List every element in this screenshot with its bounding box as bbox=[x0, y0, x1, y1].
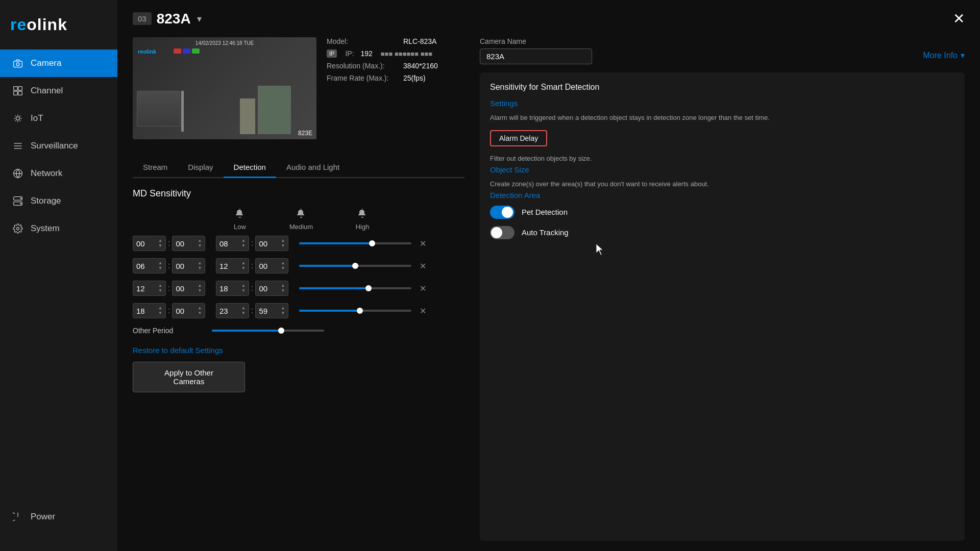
sens-medium-col: Medium bbox=[281, 207, 322, 231]
apply-to-cameras-button[interactable]: Apply to Other Cameras bbox=[133, 362, 245, 392]
camera-timestamp: 14/02/2023 12:46:18 TUE bbox=[195, 40, 254, 46]
hour-up-3[interactable]: ▲ bbox=[158, 306, 162, 311]
channel-icon bbox=[12, 85, 23, 96]
hour-down-1[interactable]: ▼ bbox=[158, 266, 162, 271]
tab-stream[interactable]: Stream bbox=[133, 158, 178, 178]
sidebar-item-camera[interactable]: Camera bbox=[0, 49, 117, 77]
time-end-hour-0[interactable]: 08 ▲ ▼ bbox=[216, 236, 249, 251]
pet-detection-row: Pet Detection bbox=[490, 206, 954, 219]
time-end-hour-1[interactable]: 12 ▲ ▼ bbox=[216, 258, 249, 273]
more-info-chevron: ▾ bbox=[961, 51, 965, 60]
time-end-min-2[interactable]: 00 ▲ ▼ bbox=[255, 281, 288, 296]
object-size-link[interactable]: Object Size bbox=[490, 165, 954, 174]
framerate-value: 25(fps) bbox=[403, 74, 426, 82]
alarm-delay-button[interactable]: Alarm Delay bbox=[490, 130, 547, 146]
sidebar: reolink Camera Channel IoT Surveillance … bbox=[0, 0, 117, 551]
sidebar-item-storage[interactable]: Storage bbox=[0, 187, 117, 215]
hour-up-1[interactable]: ▲ bbox=[158, 261, 162, 266]
slider-row-3: 18 ▲ ▼ : 00 ▲ ▼ 23 ▲ ▼ bbox=[133, 303, 464, 318]
hour-down-3[interactable]: ▼ bbox=[158, 311, 162, 316]
auto-tracking-label: Auto Tracking bbox=[522, 228, 569, 237]
slider-delete-3[interactable]: ✕ bbox=[420, 306, 426, 316]
camera-info-details: Model: RLC-823A IP IP: 192 ■■■ ■■■■■■ ■■… bbox=[327, 37, 438, 149]
camera-name-input[interactable] bbox=[480, 48, 592, 64]
medium-label: Medium bbox=[289, 223, 313, 231]
hour-down-2[interactable]: ▼ bbox=[158, 288, 162, 293]
sensitivity-slider-2[interactable] bbox=[299, 283, 411, 293]
ip-row: IP IP: 192 ■■■ ■■■■■■ ■■■ bbox=[327, 49, 438, 58]
time-end-hour-3[interactable]: 23 ▲ ▼ bbox=[216, 303, 249, 318]
main-content: 03 823A ▾ ✕ 14/02/2023 12:46:18 TUE reol… bbox=[117, 0, 980, 551]
sidebar-item-system[interactable]: System bbox=[0, 215, 117, 242]
time-start-hour-2[interactable]: 12 ▲ ▼ bbox=[133, 281, 166, 296]
time-start-min-1[interactable]: 00 ▲ ▼ bbox=[172, 258, 205, 273]
camera-thumbnail: 14/02/2023 12:46:18 TUE reolink 8 bbox=[133, 37, 316, 139]
time-input-start-3: 18 ▲ ▼ : 00 ▲ ▼ bbox=[133, 303, 212, 318]
time-input-start-2: 12 ▲ ▼ : 00 ▲ ▼ bbox=[133, 281, 212, 296]
tab-display[interactable]: Display bbox=[178, 158, 223, 178]
slider-row-0: 00 ▲ ▼ : 00 ▲ ▼ 08 ▲ ▼ bbox=[133, 236, 464, 251]
time-start-hour-1[interactable]: 06 ▲ ▼ bbox=[133, 258, 166, 273]
ip-masked: ■■■ ■■■■■■ ■■■ bbox=[381, 50, 432, 58]
time-end-min-3[interactable]: 59 ▲ ▼ bbox=[255, 303, 288, 318]
auto-tracking-toggle[interactable] bbox=[490, 226, 514, 239]
svg-point-13 bbox=[20, 198, 21, 199]
slider-delete-1[interactable]: ✕ bbox=[420, 261, 426, 271]
camera-info-row: 14/02/2023 12:46:18 TUE reolink 8 bbox=[133, 37, 464, 149]
other-period-label: Other Period bbox=[133, 327, 212, 335]
other-period-slider[interactable] bbox=[212, 325, 324, 336]
sidebar-item-power[interactable]: Power bbox=[0, 503, 117, 531]
time-start-min-0[interactable]: 00 ▲ ▼ bbox=[172, 236, 205, 251]
camera-dropdown[interactable]: ▾ bbox=[197, 13, 202, 24]
time-start-hour-3[interactable]: 18 ▲ ▼ bbox=[133, 303, 166, 318]
hour-up-0[interactable]: ▲ bbox=[158, 238, 162, 243]
tab-detection[interactable]: Detection bbox=[224, 158, 276, 178]
md-sensitivity-title: MD Sensitivity bbox=[133, 188, 464, 199]
more-info-button[interactable]: More Info ▾ bbox=[923, 51, 965, 60]
time-end-min-1[interactable]: 00 ▲ ▼ bbox=[255, 258, 288, 273]
hour-down-0[interactable]: ▼ bbox=[158, 243, 162, 248]
restore-defaults-link[interactable]: Restore to default Settings bbox=[133, 346, 223, 355]
pet-detection-label: Pet Detection bbox=[522, 208, 568, 216]
resolution-label: Resolution (Max.): bbox=[327, 62, 398, 70]
detection-area-desc: Create zone(s) over the area(s) that you… bbox=[490, 180, 954, 188]
time-start-min-2[interactable]: 00 ▲ ▼ bbox=[172, 281, 205, 296]
sensitivity-slider-0[interactable] bbox=[299, 238, 411, 248]
svg-point-14 bbox=[20, 203, 21, 204]
pet-detection-toggle[interactable] bbox=[490, 206, 514, 219]
smart-detect-title: Sensitivity for Smart Detection bbox=[490, 83, 954, 92]
bottom-actions: Restore to default Settings Apply to Oth… bbox=[133, 346, 464, 392]
model-row: Model: RLC-823A bbox=[327, 37, 438, 45]
camera-name-group: Camera Name bbox=[480, 37, 592, 64]
time-start-min-3[interactable]: 00 ▲ ▼ bbox=[172, 303, 205, 318]
camera-brand-overlay: reolink bbox=[138, 48, 156, 55]
ip-icon: IP bbox=[327, 49, 337, 58]
tab-audio-light[interactable]: Audio and Light bbox=[276, 158, 350, 178]
sensitivity-slider-3[interactable] bbox=[299, 306, 411, 316]
svg-rect-2 bbox=[14, 87, 18, 91]
close-button[interactable]: ✕ bbox=[953, 10, 965, 27]
low-icon bbox=[234, 207, 246, 222]
time-start-hour-0[interactable]: 00 ▲ ▼ bbox=[133, 236, 166, 251]
time-end-min-0[interactable]: 00 ▲ ▼ bbox=[255, 236, 288, 251]
svg-point-15 bbox=[17, 228, 19, 230]
slider-delete-2[interactable]: ✕ bbox=[420, 284, 426, 293]
resolution-value: 3840*2160 bbox=[403, 62, 438, 70]
time-end-hour-2[interactable]: 18 ▲ ▼ bbox=[216, 281, 249, 296]
detection-area-link[interactable]: Detection Area bbox=[490, 191, 954, 199]
hour-up-2[interactable]: ▲ bbox=[158, 283, 162, 288]
slider-delete-0[interactable]: ✕ bbox=[420, 239, 426, 248]
sidebar-item-channel[interactable]: Channel bbox=[0, 77, 117, 105]
svg-rect-3 bbox=[18, 87, 22, 91]
logo: reolink bbox=[0, 10, 117, 49]
sidebar-item-surveillance[interactable]: Surveillance bbox=[0, 132, 117, 160]
model-label: Model: bbox=[327, 37, 398, 45]
sidebar-item-iot[interactable]: IoT bbox=[0, 105, 117, 132]
settings-link[interactable]: Settings bbox=[490, 99, 954, 108]
sidebar-item-network[interactable]: Network bbox=[0, 160, 117, 187]
svg-point-6 bbox=[16, 117, 20, 120]
sidebar-item-iot-label: IoT bbox=[31, 113, 43, 123]
sensitivity-slider-1[interactable] bbox=[299, 261, 411, 271]
framerate-row: Frame Rate (Max.): 25(fps) bbox=[327, 74, 438, 82]
sensitivity-header: Low Medium High bbox=[133, 207, 464, 231]
